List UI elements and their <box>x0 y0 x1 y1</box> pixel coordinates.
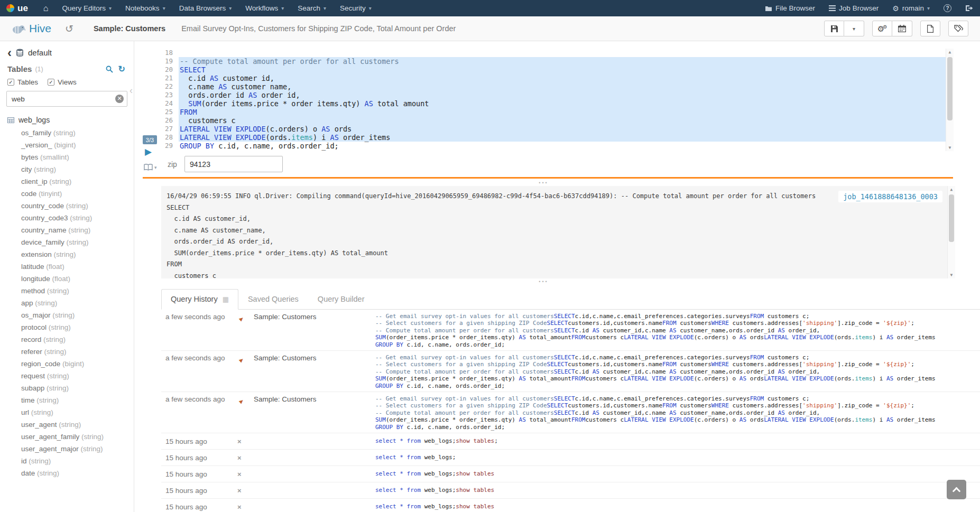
column-item[interactable]: country_code3 (string) <box>0 213 134 225</box>
column-item[interactable]: url (string) <box>0 407 134 420</box>
history-row[interactable]: 15 hours ago×select * from web_logs;show… <box>161 482 980 499</box>
hive-app-link[interactable]: Hive <box>12 22 51 35</box>
column-item[interactable]: bytes (smallint) <box>0 152 134 164</box>
editor-line[interactable]: 23 ords.order_id AS order_id, <box>160 91 954 99</box>
hue-logo[interactable]: ue <box>0 0 36 16</box>
refresh-icon[interactable]: ↻ <box>118 65 125 73</box>
editor-line[interactable]: 18 <box>160 49 954 57</box>
scroll-down-icon[interactable]: ▼ <box>948 273 955 277</box>
settings-button[interactable]: ⚙⚙ <box>872 21 892 36</box>
column-item[interactable]: id (string) <box>0 456 134 468</box>
schedule-button[interactable] <box>892 21 912 36</box>
column-item[interactable]: _version_ (bigint) <box>0 140 134 152</box>
menu-security[interactable]: Security▾ <box>333 0 378 16</box>
help-button[interactable]: ? <box>937 0 958 16</box>
column-item[interactable]: record (string) <box>0 334 134 347</box>
menu-query-editors[interactable]: Query Editors▾ <box>56 0 119 16</box>
search-icon[interactable] <box>106 66 113 73</box>
column-item[interactable]: code (tinyint) <box>0 189 134 201</box>
column-item[interactable]: request (string) <box>0 371 134 383</box>
history-row[interactable]: 15 hours ago×select * from web_logs;show… <box>161 466 980 482</box>
scroll-thumb[interactable] <box>949 194 954 242</box>
scroll-thumb[interactable] <box>947 57 953 120</box>
column-item[interactable]: device_family (string) <box>0 237 134 249</box>
history-row[interactable]: 15 hours ago×select * from web_logs;show… <box>161 433 980 450</box>
menu-notebooks[interactable]: Notebooks▾ <box>118 0 172 16</box>
menu-workflows[interactable]: Workflows▾ <box>238 0 291 16</box>
column-item[interactable]: city (string) <box>0 164 134 176</box>
column-item[interactable]: os_major (string) <box>0 310 134 322</box>
checkbox-views[interactable] <box>48 79 54 86</box>
editor-line[interactable]: 24 SUM(order_items.price * order_items.q… <box>160 99 954 108</box>
logout-button[interactable] <box>958 0 980 16</box>
column-item[interactable]: longitude (float) <box>0 274 134 286</box>
file-browser-link[interactable]: File Browser <box>758 0 822 16</box>
resize-gripper-icon[interactable] <box>134 181 953 185</box>
editor-line[interactable]: 22 c.name AS customer_name, <box>160 82 954 91</box>
editor-line[interactable]: 29GROUP BY c.id, c.name, ords.order_id; <box>160 142 954 150</box>
query-history-icon[interactable]: ↺ <box>65 23 73 35</box>
editor-scrollbar[interactable]: ▲ ▼ <box>946 49 954 151</box>
home-button[interactable]: ⌂ <box>36 0 56 16</box>
editor-line[interactable]: 26 customers c <box>160 116 954 125</box>
code-editor[interactable]: 1819-- Compute total amount per order fo… <box>160 49 954 151</box>
column-item[interactable]: latitude (float) <box>0 262 134 274</box>
editor-line[interactable]: 27LATERAL VIEW EXPLODE(c.orders) o AS or… <box>160 125 954 133</box>
column-item[interactable]: country_name (string) <box>0 225 134 237</box>
execute-button[interactable]: ▶ <box>145 147 152 156</box>
column-item[interactable]: os_family (string) <box>0 128 134 140</box>
back-icon[interactable]: ‹ <box>7 49 12 57</box>
tab-query-builder[interactable]: Query Builder <box>308 289 374 310</box>
column-item[interactable]: subapp (string) <box>0 383 134 395</box>
table-item[interactable]: web_logs <box>0 111 134 126</box>
history-row[interactable]: a few seconds ago►Sample: Customers-- Ge… <box>161 351 980 392</box>
user-menu[interactable]: ⚙ romain ▾ <box>885 0 937 16</box>
filter-tables[interactable]: Tables <box>7 78 38 86</box>
new-document-button[interactable] <box>920 21 940 36</box>
column-item[interactable]: method (string) <box>0 286 134 298</box>
column-item[interactable]: user_agent_family (string) <box>0 432 134 444</box>
variable-input[interactable] <box>184 156 283 172</box>
menu-data-browsers[interactable]: Data Browsers▾ <box>172 0 239 16</box>
history-row[interactable]: a few seconds ago►Sample: Customers-- Ge… <box>161 310 980 351</box>
checkbox-tables[interactable] <box>7 79 14 86</box>
resize-gripper-icon[interactable] <box>134 280 953 284</box>
column-item[interactable]: user_agent (string) <box>0 420 134 432</box>
editor-line[interactable]: 25FROM <box>160 108 954 116</box>
database-name[interactable]: default <box>28 48 52 57</box>
tab-query-history[interactable]: Query History▦ <box>161 289 238 310</box>
column-item[interactable]: country_code (string) <box>0 201 134 213</box>
job-link[interactable]: job_1461888648136_0003 <box>838 191 942 202</box>
column-item[interactable]: referer (string) <box>0 347 134 359</box>
editor-line[interactable]: 20SELECT <box>160 66 954 74</box>
clear-search-icon[interactable]: ✕ <box>115 95 124 103</box>
scroll-to-top-button[interactable] <box>947 480 966 499</box>
menu-search[interactable]: Search▾ <box>291 0 333 16</box>
table-search-input[interactable] <box>6 91 127 107</box>
save-button[interactable] <box>824 21 844 36</box>
log-scrollbar[interactable]: ▲ ▼ <box>947 186 955 278</box>
column-item[interactable]: app (string) <box>0 298 134 310</box>
column-item[interactable]: date (string) <box>0 468 134 480</box>
filter-views[interactable]: Views <box>48 78 77 86</box>
column-item[interactable]: user_agent_major (string) <box>0 444 134 456</box>
history-row[interactable]: 15 hours ago×select * from web_logs;show… <box>161 499 980 512</box>
column-item[interactable]: client_ip (string) <box>0 176 134 189</box>
save-dropdown-button[interactable]: ▾ <box>844 21 864 36</box>
editor-line[interactable]: 19-- Compute total amount per order for … <box>160 57 954 66</box>
column-item[interactable]: region_code (bigint) <box>0 359 134 371</box>
column-item[interactable]: protocol (string) <box>0 322 134 334</box>
editor-line[interactable]: 21 c.id AS customer_id, <box>160 74 954 82</box>
history-row[interactable]: 15 hours ago×select * from web_logs; <box>161 450 980 466</box>
scroll-up-icon[interactable]: ▲ <box>948 187 955 192</box>
scroll-down-icon[interactable]: ▼ <box>946 145 954 150</box>
collapse-panel-icon[interactable]: ‹ <box>130 86 133 95</box>
column-item[interactable]: extension (string) <box>0 249 134 262</box>
tags-button[interactable] <box>948 21 968 36</box>
job-browser-link[interactable]: Job Browser <box>822 0 885 16</box>
history-row[interactable]: a few seconds ago►Sample: Customers-- Ge… <box>161 392 980 433</box>
scroll-up-icon[interactable]: ▲ <box>946 50 954 54</box>
tab-saved-queries[interactable]: Saved Queries <box>238 289 308 310</box>
column-item[interactable]: time (string) <box>0 395 134 407</box>
editor-line[interactable]: 28LATERAL VIEW EXPLODE(ords.items) i AS … <box>160 133 954 142</box>
